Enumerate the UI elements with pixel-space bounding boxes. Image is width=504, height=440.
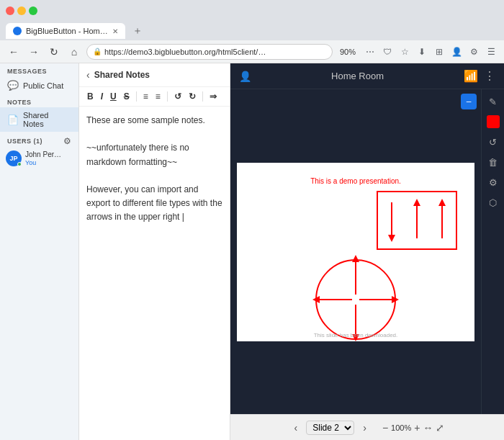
multi-user-drawing-button[interactable]: ⚙ bbox=[484, 173, 503, 192]
menu-icon[interactable]: ☰ bbox=[484, 47, 498, 57]
users-settings-icon[interactable]: ⚙ bbox=[63, 136, 71, 146]
users-section-header: USERS (1) ⚙ bbox=[0, 132, 78, 148]
active-tab[interactable]: BigBlueButton - Hom… ✕ bbox=[6, 23, 125, 39]
notes-panel-title: Shared Notes bbox=[94, 70, 150, 80]
underline-button[interactable]: U bbox=[108, 90, 119, 103]
clear-drawing-button[interactable]: 🗑 bbox=[484, 153, 503, 171]
url-display: https://demo3.bigbluebutton.org/html5cli… bbox=[104, 48, 266, 56]
profile-icon[interactable]: 👤 bbox=[449, 47, 464, 57]
fullscreen-button[interactable]: ⤢ bbox=[436, 422, 444, 434]
prev-slide-button[interactable]: ‹ bbox=[290, 421, 302, 435]
active-color-swatch[interactable] bbox=[487, 115, 500, 128]
svg-marker-2 bbox=[388, 235, 395, 242]
slide-footer: ‹ Slide 2 › − 100% + ↔ ⤢ bbox=[230, 414, 504, 440]
browser-titlebar bbox=[0, 0, 504, 22]
back-button[interactable]: ‹ bbox=[86, 69, 90, 81]
notes-toolbar: B I U S ≡ ≡ ↺ ↻ ⇒ bbox=[79, 87, 230, 107]
browser-nav: ← → ↻ ⌂ 🔒 https://demo3.bigbluebutton.or… bbox=[0, 40, 504, 63]
sidebar-item-shared-notes[interactable]: 📄 Shared Notes bbox=[0, 107, 78, 132]
avatar-initials: JP bbox=[9, 155, 17, 162]
new-tab-button[interactable]: ＋ bbox=[128, 23, 147, 39]
online-indicator bbox=[17, 162, 22, 166]
color-picker[interactable] bbox=[484, 112, 503, 131]
unordered-list-button[interactable]: ≡ bbox=[153, 90, 163, 103]
notes-header: ‹ Shared Notes bbox=[79, 63, 230, 87]
settings-icon[interactable]: ⚙ bbox=[467, 47, 481, 57]
user-name: John Per… bbox=[25, 151, 61, 158]
pencil-tool-button[interactable]: ✎ bbox=[484, 92, 503, 111]
notes-line-1: These are some sample notes. bbox=[86, 114, 222, 127]
collapse-panel-button[interactable]: – bbox=[461, 94, 477, 109]
toolbar-separator-2 bbox=[167, 91, 168, 102]
slide-indicator: Slide 2 bbox=[306, 421, 354, 435]
notes-line-3: However, you can import and export to di… bbox=[86, 183, 222, 225]
presentation-header: 👤 Home Room 📶 ⋮ bbox=[230, 63, 504, 89]
users-section-label: USERS (1) bbox=[7, 138, 42, 145]
home-button[interactable]: ⌂ bbox=[66, 46, 82, 58]
bold-button[interactable]: B bbox=[85, 90, 96, 103]
strikethrough-button[interactable]: S bbox=[122, 90, 132, 103]
svg-marker-6 bbox=[438, 199, 446, 206]
fit-width-button[interactable]: ↔ bbox=[423, 422, 433, 434]
main-content: MESSAGES 💬 Public Chat NOTES 📄 Shared No… bbox=[0, 63, 504, 440]
slide-selector[interactable]: Slide 2 bbox=[306, 421, 354, 435]
extensions-icon[interactable]: ⋯ bbox=[363, 47, 377, 57]
avatar: JP bbox=[6, 151, 22, 166]
nav-right-icons: ⋯ 🛡 ☆ ⬇ ⊞ 👤 ⚙ ☰ bbox=[363, 47, 498, 57]
redo-button[interactable]: ↻ bbox=[186, 90, 198, 103]
header-actions: 📶 ⋮ bbox=[464, 69, 495, 83]
download-icon[interactable]: ⬇ bbox=[415, 47, 429, 57]
shield-icon: 🛡 bbox=[380, 47, 395, 57]
notes-line-2: ~~unfortunately there is no markdown for… bbox=[86, 141, 222, 169]
slide-drawings bbox=[237, 163, 474, 341]
back-button[interactable]: ← bbox=[6, 46, 22, 58]
zoom-in-button[interactable]: + bbox=[414, 422, 420, 434]
presentation-area: 👤 Home Room 📶 ⋮ – This is a demo present… bbox=[230, 63, 504, 440]
grid-icon[interactable]: ⊞ bbox=[432, 47, 446, 57]
tab-favicon bbox=[13, 27, 22, 35]
tab-close-button[interactable]: ✕ bbox=[112, 27, 118, 35]
ordered-list-button[interactable]: ≡ bbox=[141, 90, 150, 103]
fit-to-width-button[interactable]: ⬡ bbox=[484, 193, 503, 212]
sidebar: MESSAGES 💬 Public Chat NOTES 📄 Shared No… bbox=[0, 63, 79, 440]
window-controls bbox=[6, 6, 37, 15]
drawing-toolbar: ✎ ↺ 🗑 ⚙ ⬡ bbox=[481, 89, 504, 414]
next-slide-button[interactable]: › bbox=[359, 421, 371, 435]
notes-panel: ‹ Shared Notes B I U S ≡ ≡ ↺ ↻ ⇒ These a… bbox=[79, 63, 230, 440]
notes-section-label: NOTES bbox=[0, 94, 78, 107]
shared-notes-label: Shared Notes bbox=[23, 111, 71, 128]
export-button[interactable]: ⇒ bbox=[207, 90, 219, 103]
public-chat-label: Public Chat bbox=[23, 81, 63, 90]
undo-drawing-button[interactable]: ↺ bbox=[484, 133, 503, 151]
user-silhouette-icon: 👤 bbox=[239, 71, 251, 82]
zoom-level: 90% bbox=[337, 48, 359, 56]
reload-button[interactable]: ↻ bbox=[46, 46, 62, 58]
zoom-out-button[interactable]: − bbox=[382, 422, 388, 434]
zoom-value: 100% bbox=[391, 423, 411, 432]
maximize-button[interactable] bbox=[29, 6, 37, 15]
italic-button[interactable]: I bbox=[99, 90, 105, 103]
star-icon[interactable]: ☆ bbox=[397, 47, 412, 57]
more-options-icon[interactable]: ⋮ bbox=[484, 69, 495, 83]
room-title: Home Room bbox=[331, 71, 384, 81]
security-icon: 🔒 bbox=[93, 48, 102, 55]
presentation-wrapper: 👤 Home Room 📶 ⋮ – This is a demo present… bbox=[230, 63, 504, 440]
notes-icon: 📄 bbox=[7, 115, 19, 125]
svg-marker-13 bbox=[352, 255, 359, 262]
slide-container: This is a demo presentation. bbox=[237, 163, 474, 341]
address-bar[interactable]: 🔒 https://demo3.bigbluebutton.org/html5c… bbox=[86, 44, 333, 60]
minimize-button[interactable] bbox=[17, 6, 26, 15]
toolbar-separator-3 bbox=[202, 91, 203, 102]
svg-marker-4 bbox=[413, 199, 420, 206]
tab-bar: BigBlueButton - Hom… ✕ ＋ bbox=[0, 22, 504, 40]
close-button[interactable] bbox=[6, 6, 14, 15]
messages-section-label: MESSAGES bbox=[0, 63, 78, 76]
undo-button[interactable]: ↺ bbox=[172, 90, 184, 103]
slide-caption: This slide has been downloaded. bbox=[314, 332, 398, 338]
sidebar-item-public-chat[interactable]: 💬 Public Chat bbox=[0, 76, 78, 94]
user-item: JP John Per… You bbox=[0, 148, 78, 169]
tab-title: BigBlueButton - Hom… bbox=[26, 27, 108, 35]
notes-content[interactable]: These are some sample notes. ~~unfortuna… bbox=[79, 107, 230, 440]
forward-button[interactable]: → bbox=[26, 46, 42, 58]
signal-strength-icon: 📶 bbox=[464, 69, 478, 83]
